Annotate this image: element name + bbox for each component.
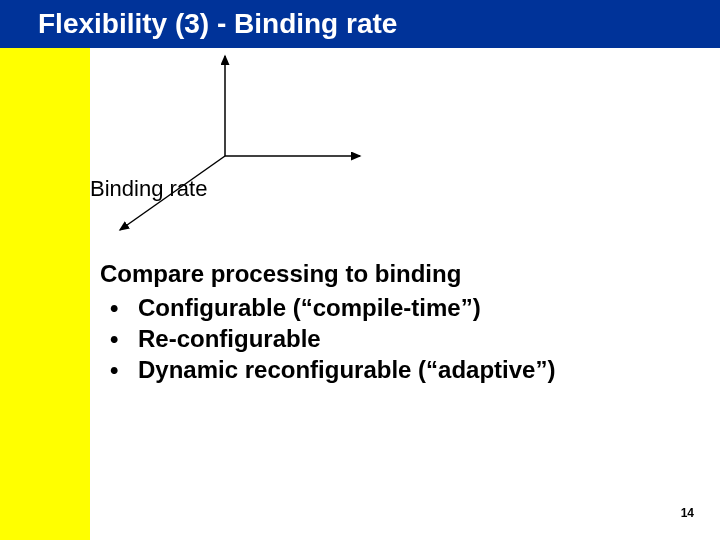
slide-title: Flexibility (3) - Binding rate — [38, 8, 397, 40]
bullet-marker: • — [110, 323, 138, 354]
bullet-item: • Re-configurable — [100, 323, 660, 354]
sidebar-stripe — [0, 48, 90, 540]
title-bar: Flexibility (3) - Binding rate — [0, 0, 720, 48]
bullet-marker: • — [110, 354, 138, 385]
axis-label: Binding rate — [90, 176, 207, 202]
bullet-item: • Configurable (“compile-time”) — [100, 292, 660, 323]
axis-diagram: Binding rate — [90, 48, 410, 248]
axes-icon — [90, 48, 410, 248]
bullet-text: Re-configurable — [138, 323, 321, 354]
content-heading: Compare processing to binding — [100, 260, 660, 288]
page-number: 14 — [681, 506, 694, 520]
bullet-text: Dynamic reconfigurable (“adaptive”) — [138, 354, 555, 385]
content-block: Compare processing to binding • Configur… — [100, 260, 660, 386]
bullet-marker: • — [110, 292, 138, 323]
bullet-item: • Dynamic reconfigurable (“adaptive”) — [100, 354, 660, 385]
bullet-text: Configurable (“compile-time”) — [138, 292, 481, 323]
